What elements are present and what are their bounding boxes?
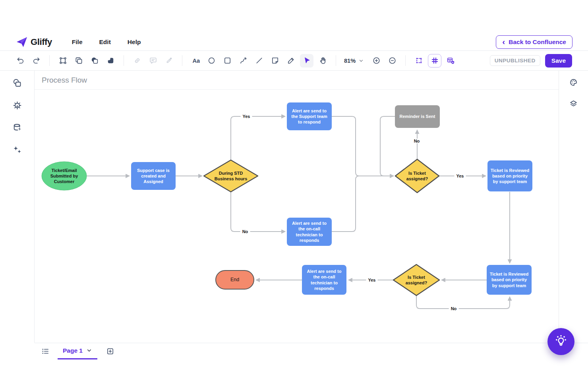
subtract-shape-button[interactable] xyxy=(104,54,117,68)
pointer-icon xyxy=(303,56,311,65)
pointer-button[interactable] xyxy=(300,54,313,68)
zoom-out-button[interactable] xyxy=(385,54,399,68)
data-source-button[interactable] xyxy=(11,121,23,134)
guides-button[interactable] xyxy=(444,54,457,68)
node-create-case-shape[interactable] xyxy=(131,162,176,190)
zoom-level-dropdown[interactable]: 81% xyxy=(344,58,364,64)
comment-button xyxy=(146,54,160,68)
tips-fab-button[interactable] xyxy=(547,328,574,355)
toolbar-tools: Aa81% xyxy=(14,54,457,68)
grid-button[interactable] xyxy=(428,54,441,68)
pencil-icon xyxy=(287,56,295,65)
ellipse-button[interactable] xyxy=(205,54,218,68)
connector-icon xyxy=(239,56,248,65)
node-end-shape[interactable] xyxy=(216,270,254,289)
edge-reminder-to-assigned-1[interactable] xyxy=(380,116,395,176)
left-sidebar xyxy=(0,71,35,343)
note-button[interactable] xyxy=(268,54,282,68)
ellipse-icon xyxy=(207,56,216,65)
add-page-button[interactable] xyxy=(104,345,117,357)
back-to-confluence-button[interactable]: ‹ Back to Confluence xyxy=(496,35,573,49)
back-to-confluence-label: Back to Confluence xyxy=(509,39,566,46)
merge-shapes-button[interactable] xyxy=(88,54,101,68)
rectangle-icon xyxy=(223,56,232,65)
layers-icon xyxy=(569,99,578,108)
toolbar-separator xyxy=(182,55,182,66)
layers-button[interactable] xyxy=(567,97,580,110)
pan-button[interactable] xyxy=(316,54,329,68)
top-bar: Gliffy FileEditHelp ‹ Back to Confluence xyxy=(0,34,588,51)
text-button[interactable]: Aa xyxy=(189,54,202,68)
gear-lightbulb-button[interactable] xyxy=(11,99,23,112)
duplicate-icon xyxy=(75,56,83,65)
data-source-icon xyxy=(12,123,22,133)
eyedropper-icon xyxy=(165,56,173,65)
page-tab-label: Page 1 xyxy=(63,347,83,354)
diagram-title[interactable]: Process Flow xyxy=(42,76,87,85)
shapes-button[interactable] xyxy=(11,77,23,89)
theme-palette-icon xyxy=(569,78,578,87)
pages-bar: Page 1 xyxy=(35,343,588,359)
theme-palette-button[interactable] xyxy=(567,76,580,89)
node-reminder-shape[interactable] xyxy=(395,105,440,128)
zoom-out-icon xyxy=(388,56,397,65)
pages-list-button[interactable] xyxy=(39,345,52,357)
gear-lightbulb-icon xyxy=(12,100,22,110)
page-tab[interactable]: Page 1 xyxy=(58,343,97,359)
zoom-in-button[interactable] xyxy=(369,54,383,68)
node-assigned-2-shape[interactable] xyxy=(393,265,439,295)
toolbar: Aa81% UNPUBLISHED Save xyxy=(0,51,588,71)
snap-to-grid-button[interactable] xyxy=(412,54,426,68)
line-button[interactable] xyxy=(252,54,266,68)
ai-sparkles-button[interactable] xyxy=(11,143,23,156)
edge-std-hours-to-alert-support[interactable] xyxy=(231,116,285,160)
diagram-canvas[interactable]: Ticket/Email Submitted by CustomerSuppor… xyxy=(35,90,559,343)
main-area: Process Flow Ticket/Email Submitted by C… xyxy=(0,71,588,343)
save-button[interactable]: Save xyxy=(545,54,572,68)
guides-icon xyxy=(447,56,455,65)
duplicate-button[interactable] xyxy=(72,54,85,68)
comment-icon xyxy=(149,56,157,65)
brand-name: Gliffy xyxy=(31,37,52,47)
node-review-2-shape[interactable] xyxy=(487,265,532,295)
menu-bar: FileEditHelp xyxy=(72,39,141,46)
undo-icon xyxy=(16,56,25,65)
node-start-shape[interactable] xyxy=(42,162,87,190)
node-assigned-1-shape[interactable] xyxy=(395,159,439,193)
redo-button[interactable] xyxy=(29,54,43,68)
node-alert-support-shape[interactable] xyxy=(287,102,332,130)
edge-alert-support-to-assigned-1[interactable] xyxy=(332,116,394,176)
title-row: Process Flow xyxy=(35,71,559,90)
toolbar-status-area: UNPUBLISHED Save xyxy=(490,54,572,68)
edge-assigned-2-to-review-2[interactable] xyxy=(416,295,510,309)
menu-edit[interactable]: Edit xyxy=(99,39,111,46)
gliffy-logo-icon xyxy=(16,36,28,48)
toolbar-separator xyxy=(49,55,50,66)
link-button xyxy=(130,54,144,68)
note-icon xyxy=(271,56,279,65)
rectangle-button[interactable] xyxy=(220,54,234,68)
edge-alert-oncall-1-to-assigned-1[interactable] xyxy=(332,176,363,232)
merge-shapes-icon xyxy=(91,56,99,65)
undo-button[interactable] xyxy=(14,54,27,68)
text-icon: Aa xyxy=(191,56,200,65)
back-chevron-icon: ‹ xyxy=(502,39,505,45)
edge-std-hours-to-alert-oncall-1[interactable] xyxy=(231,192,285,232)
shapes-icon xyxy=(12,78,22,88)
gliffy-logo[interactable]: Gliffy xyxy=(16,36,52,48)
menu-file[interactable]: File xyxy=(72,39,83,46)
connector-button[interactable] xyxy=(236,54,250,68)
pencil-button[interactable] xyxy=(284,54,298,68)
select-transform-icon xyxy=(59,56,67,65)
ai-sparkles-icon xyxy=(12,145,22,155)
node-alert-oncall-2-shape[interactable] xyxy=(302,265,346,295)
grid-icon xyxy=(431,56,439,65)
menu-help[interactable]: Help xyxy=(128,39,141,46)
node-review-1-shape[interactable] xyxy=(487,160,532,191)
node-alert-oncall-1-shape[interactable] xyxy=(287,218,332,246)
chevron-down-icon xyxy=(358,58,364,64)
select-transform-button[interactable] xyxy=(56,54,70,68)
node-std-hours-shape[interactable] xyxy=(204,160,258,192)
toolbar-separator xyxy=(336,55,336,66)
pan-icon xyxy=(319,56,327,65)
